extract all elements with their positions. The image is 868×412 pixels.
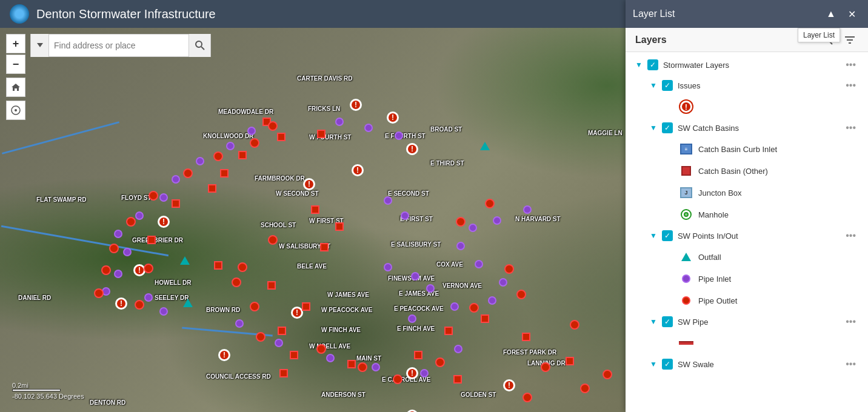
search-dropdown-button[interactable] (31, 34, 49, 57)
map-marker-issue[interactable]: ! (503, 379, 515, 391)
map-marker-pipe-inlet[interactable] (401, 211, 409, 220)
compass-button[interactable] (6, 101, 25, 120)
map-marker-catch-basin[interactable] (220, 169, 229, 178)
map-marker-pipe-outlet[interactable] (358, 362, 367, 372)
map-marker-catch-basin[interactable] (214, 261, 222, 270)
layer-more-issues[interactable]: ••• (843, 79, 858, 92)
toggle-stormwater[interactable]: ✓ (647, 59, 658, 70)
map-marker-issue[interactable]: ! (115, 297, 127, 310)
map-marker-pipe-inlet[interactable] (159, 193, 168, 202)
map-marker-catch-basin[interactable] (311, 205, 319, 214)
map-marker-pipe-outlet[interactable] (238, 262, 247, 272)
map-marker-pipe-outlet[interactable] (316, 344, 326, 354)
map-marker-issue[interactable]: ! (218, 349, 230, 361)
map-marker-pipe-inlet[interactable] (144, 293, 153, 302)
map-marker-catch-basin[interactable] (414, 351, 422, 359)
layer-legend-manhole[interactable]: Manhole (626, 204, 868, 225)
map-marker-pipe-outlet[interactable] (213, 151, 223, 161)
layer-legend-pipe-inlet[interactable]: Pipe Inlet (626, 268, 868, 290)
map-marker-issue[interactable]: ! (291, 307, 303, 319)
expand-arrow-stormwater[interactable]: ▼ (635, 61, 643, 69)
map-marker-issue[interactable]: ! (406, 367, 418, 379)
map-marker-catch-basin[interactable] (522, 333, 530, 341)
map-marker-pipe-inlet[interactable] (488, 296, 496, 305)
map-marker-pipe-outlet[interactable] (570, 320, 579, 330)
map-marker-catch-basin[interactable] (320, 243, 329, 251)
map-marker-pipe-outlet[interactable] (149, 191, 158, 201)
layer-legend-catch-basin-other[interactable]: Catch Basin (Other) (626, 160, 868, 182)
zoom-in-button[interactable]: + (6, 34, 25, 53)
layer-sw-catch-basins[interactable]: ▼ ✓ SW Catch Basins ••• (626, 118, 868, 138)
map-marker-catch-basin[interactable] (481, 314, 489, 323)
map-marker-catch-basin[interactable] (267, 281, 276, 290)
map-marker-pipe-outlet[interactable] (580, 384, 590, 393)
map-marker-pipe-inlet[interactable] (499, 278, 507, 287)
map-marker-catch-basin[interactable] (277, 133, 285, 141)
layer-more-stormwater[interactable]: ••• (843, 58, 858, 71)
layer-legend-catch-basin-curb[interactable]: ≡ Catch Basin Curb Inlet (626, 138, 868, 160)
map-marker-pipe-inlet[interactable] (135, 211, 144, 220)
map-marker-catch-basin[interactable] (238, 151, 247, 159)
toggle-catch-basins[interactable]: ✓ (662, 122, 673, 133)
map-marker-pipe-outlet[interactable] (516, 290, 526, 299)
layer-sw-swale[interactable]: ▼ ✓ SW Swale ••• (626, 354, 868, 374)
map-marker-catch-basin[interactable] (347, 360, 356, 368)
map-marker-pipe-outlet[interactable] (485, 199, 495, 208)
home-button[interactable] (6, 78, 25, 97)
map-marker-catch-basin[interactable] (335, 222, 344, 231)
expand-arrow-issues[interactable]: ▼ (650, 81, 657, 90)
map-marker-pipe-inlet[interactable] (426, 284, 435, 293)
map-marker-pipe-inlet[interactable] (384, 263, 392, 271)
expand-arrow-sw-swale[interactable]: ▼ (650, 360, 657, 368)
map-marker-pipe-outlet[interactable] (456, 217, 466, 227)
map-marker-pipe-outlet[interactable] (522, 393, 532, 402)
map-marker-pipe-inlet[interactable] (454, 345, 462, 353)
map-marker-outfall[interactable] (183, 299, 193, 307)
map-marker-outfall[interactable] (180, 256, 190, 265)
map-marker-pipe-inlet[interactable] (411, 272, 419, 281)
map-marker-pipe-outlet[interactable] (469, 303, 479, 313)
map-marker-pipe-outlet[interactable] (183, 168, 193, 178)
map-marker-pipe-inlet[interactable] (335, 118, 344, 126)
map-marker-pipe-inlet[interactable] (364, 124, 373, 132)
map-marker-pipe-outlet[interactable] (109, 244, 119, 253)
map-marker-catch-basin[interactable] (453, 375, 462, 384)
layer-sw-points-inout[interactable]: ▼ ✓ SW Points In/Out ••• (626, 225, 868, 246)
map-marker-catch-basin[interactable] (566, 357, 574, 365)
map-marker-catch-basin[interactable] (290, 351, 298, 359)
map-marker-pipe-inlet[interactable] (114, 230, 122, 238)
map-marker-pipe-outlet[interactable] (101, 265, 111, 275)
toggle-sw-pipe[interactable]: ✓ (662, 316, 673, 327)
map-marker-pipe-outlet[interactable] (268, 121, 278, 131)
map-marker-pipe-inlet[interactable] (326, 354, 335, 362)
map-marker-catch-basin[interactable] (317, 130, 326, 138)
expand-arrow-points-inout[interactable]: ▼ (650, 231, 657, 240)
map-marker-pipe-outlet[interactable] (94, 288, 104, 298)
map-marker-pipe-outlet[interactable] (256, 332, 265, 342)
search-input[interactable] (49, 35, 189, 56)
map-marker-catch-basin[interactable] (147, 236, 156, 244)
map-marker-pipe-inlet[interactable] (408, 314, 416, 323)
map-marker-pipe-outlet[interactable] (268, 235, 278, 245)
map-marker-pipe-inlet[interactable] (475, 260, 483, 268)
map-marker-issue[interactable]: ! (406, 410, 418, 412)
expand-arrow-sw-pipe[interactable]: ▼ (650, 317, 657, 326)
toggle-sw-swale[interactable]: ✓ (662, 359, 673, 370)
map-marker-pipe-outlet[interactable] (435, 357, 445, 367)
map-marker-pipe-inlet[interactable] (123, 248, 132, 256)
map-marker-issue[interactable]: ! (387, 111, 399, 124)
map-marker-pipe-outlet[interactable] (603, 370, 612, 379)
map-marker-pipe-inlet[interactable] (469, 224, 477, 232)
layer-more-sw-swale[interactable]: ••• (843, 357, 858, 371)
map-marker-pipe-outlet[interactable] (541, 362, 550, 372)
layer-more-sw-pipe[interactable]: ••• (843, 315, 858, 328)
map-marker-catch-basin[interactable] (278, 327, 286, 335)
map-marker-pipe-inlet[interactable] (395, 131, 403, 140)
map-marker-pipe-inlet[interactable] (420, 369, 429, 377)
map-marker-pipe-outlet[interactable] (144, 264, 153, 273)
map-marker-issue[interactable]: ! (303, 178, 315, 190)
layer-filter-button[interactable] (841, 32, 858, 48)
map-marker-pipe-outlet[interactable] (250, 302, 259, 311)
map-marker-pipe-outlet[interactable] (504, 264, 514, 274)
map-marker-pipe-inlet[interactable] (247, 127, 256, 135)
